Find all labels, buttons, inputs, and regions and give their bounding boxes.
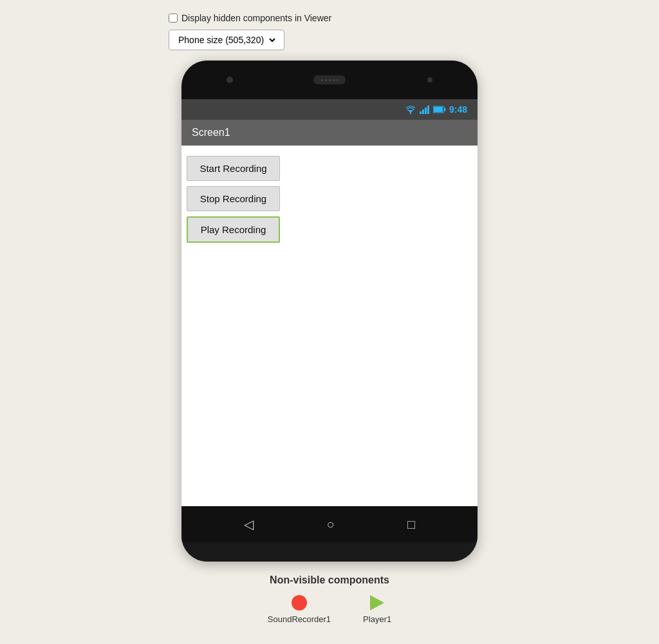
nav-bar: ◁ ○ □ — [181, 506, 478, 542]
start-recording-button[interactable]: Start Recording — [187, 156, 280, 181]
status-time: 9:48 — [449, 104, 467, 115]
phone-bottom-bar — [181, 542, 478, 562]
app-title-bar: Screen1 — [181, 120, 478, 146]
size-dropdown-container[interactable]: Phone size (505,320) Tablet size (1024,7… — [169, 30, 284, 50]
phone-camera — [227, 77, 233, 83]
hidden-components-checkbox[interactable] — [169, 14, 178, 23]
phone-front-camera — [427, 77, 432, 82]
non-visible-items: SoundRecorder1 Player1 — [268, 595, 391, 624]
phone-speaker — [313, 75, 346, 84]
sound-recorder-label: SoundRecorder1 — [268, 614, 331, 624]
non-visible-title: Non-visible components — [268, 574, 391, 586]
player-label: Player1 — [363, 614, 391, 624]
svg-rect-6 — [434, 107, 443, 112]
app-title: Screen1 — [192, 127, 230, 138]
signal-icon — [420, 106, 430, 114]
svg-rect-1 — [420, 111, 422, 114]
sound-recorder-icon — [292, 595, 307, 611]
stop-recording-button[interactable]: Stop Recording — [187, 186, 280, 211]
svg-rect-4 — [427, 106, 429, 114]
sound-recorder-item: SoundRecorder1 — [268, 595, 331, 624]
svg-point-0 — [410, 112, 411, 113]
wifi-icon — [405, 106, 416, 114]
status-bar: 9:48 — [181, 99, 478, 120]
player-icon — [370, 595, 384, 611]
recents-nav-icon[interactable]: □ — [407, 517, 415, 532]
non-visible-section: Non-visible components SoundRecorder1 Pl… — [268, 574, 391, 624]
status-icons: 9:48 — [405, 104, 467, 115]
battery-icon — [433, 106, 446, 113]
checkbox-label: Display hidden components in Viewer — [181, 13, 331, 23]
phone-speaker-dots — [321, 79, 339, 81]
svg-rect-2 — [422, 109, 424, 114]
play-recording-button[interactable]: Play Recording — [187, 216, 280, 243]
home-nav-icon[interactable]: ○ — [326, 517, 334, 532]
svg-rect-7 — [444, 108, 445, 111]
top-controls: Display hidden components in Viewer Phon… — [169, 13, 490, 50]
screen-content: Start Recording Stop Recording Play Reco… — [181, 146, 478, 506]
checkbox-row: Display hidden components in Viewer — [169, 13, 331, 23]
player-item: Player1 — [363, 595, 391, 624]
size-select[interactable]: Phone size (505,320) Tablet size (1024,7… — [176, 34, 277, 46]
svg-rect-3 — [425, 108, 427, 114]
back-nav-icon[interactable]: ◁ — [244, 516, 254, 532]
phone-frame: 9:48 Screen1 Start Recording Stop Record… — [181, 61, 478, 562]
phone-top-bar — [181, 61, 478, 99]
